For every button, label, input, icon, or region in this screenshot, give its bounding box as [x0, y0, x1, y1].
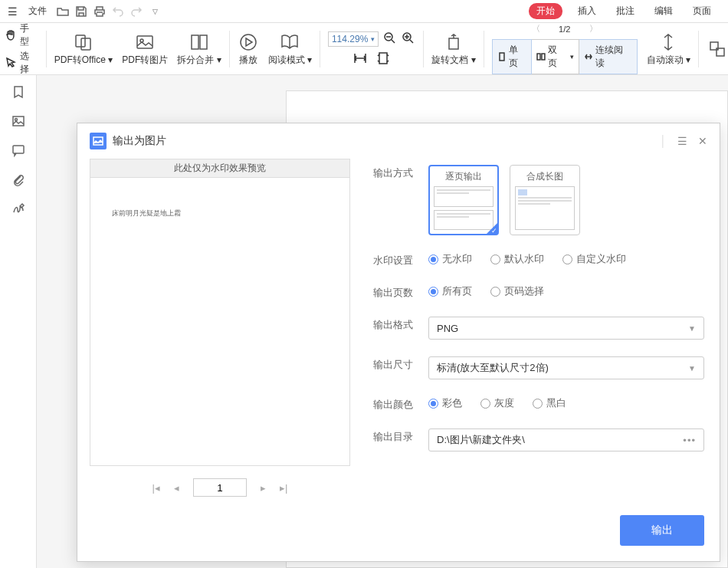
radio-color[interactable]: 彩色: [428, 396, 462, 410]
translate-icon: [707, 38, 728, 60]
radio-all-pages[interactable]: 所有页: [428, 284, 472, 298]
svg-rect-0: [76, 35, 85, 47]
pdf-to-image[interactable]: PDF转图片: [117, 23, 172, 74]
view-double[interactable]: 双页▾: [532, 39, 579, 74]
page-input[interactable]: [193, 478, 247, 497]
output-path[interactable]: D:\图片\新建文件夹\•••: [428, 428, 704, 451]
preview-panel: 此处仅为水印效果预览 床前明月光疑是地上霜 |◂ ◂ ▸ ▸|: [90, 159, 350, 503]
svg-rect-1: [81, 38, 90, 50]
first-page-icon[interactable]: |◂: [152, 482, 160, 494]
tab-edit[interactable]: 编辑: [650, 3, 677, 19]
open-icon[interactable]: [54, 3, 71, 20]
page-nav-group: 〈 1/2 〉 单页 双页▾ 连续阅读: [487, 23, 642, 74]
page-indicator[interactable]: 1/2: [549, 25, 580, 34]
fit-page-icon[interactable]: [376, 51, 390, 67]
menubar-left: ☰ 文件 ▽: [5, 3, 163, 20]
menubar: ☰ 文件 ▽ 开始 插入 批注 编辑 页面: [0, 0, 728, 23]
separator: │: [660, 135, 667, 147]
split-icon: [189, 31, 210, 53]
prev-page-icon[interactable]: ◂: [174, 482, 179, 494]
label-pages: 输出页数: [373, 284, 428, 300]
radio-custom-watermark[interactable]: 自定义水印: [562, 252, 626, 266]
menu-tabs: 开始 插入 批注 编辑 页面: [529, 3, 723, 19]
view-continuous[interactable]: 连续阅读: [579, 39, 638, 74]
qat-dropdown-icon[interactable]: ▽: [146, 3, 163, 20]
preview-page: 床前明月光疑是地上霜: [90, 177, 350, 466]
label-dir: 输出目录: [373, 428, 428, 444]
signature-icon[interactable]: [11, 201, 26, 216]
label-size: 输出尺寸: [373, 356, 428, 372]
mode-long-image[interactable]: 合成长图: [510, 165, 580, 235]
radio-select-pages[interactable]: 页码选择: [490, 284, 544, 298]
dialog-actions: │ ☰ ✕: [660, 135, 707, 147]
tab-start[interactable]: 开始: [529, 3, 562, 19]
sidebar: [0, 75, 37, 568]
export-button[interactable]: 输出: [620, 515, 704, 546]
read-mode[interactable]: 阅读模式 ▾: [264, 23, 316, 74]
svg-rect-10: [449, 38, 458, 49]
play[interactable]: 播放: [233, 23, 264, 74]
comment-icon[interactable]: [11, 143, 26, 158]
radio-default-watermark[interactable]: 默认水印: [490, 252, 544, 266]
export-image-dialog: 输出为图片 │ ☰ ✕ 此处仅为水印效果预览 床前明月光疑是地上霜 |◂ ◂ ▸…: [77, 123, 720, 562]
bookmark-icon[interactable]: [11, 84, 26, 100]
label-format: 输出格式: [373, 317, 428, 332]
rotate[interactable]: 旋转文档 ▾: [427, 23, 480, 74]
label-color: 输出颜色: [373, 396, 428, 412]
image-icon[interactable]: [11, 113, 26, 129]
menu-icon[interactable]: ☰: [677, 135, 687, 147]
tab-page[interactable]: 页面: [688, 3, 716, 19]
hand-tool[interactable]: 手型: [5, 22, 38, 48]
attachment-icon[interactable]: [11, 172, 26, 187]
browse-icon[interactable]: •••: [683, 435, 696, 446]
svg-rect-4: [192, 35, 198, 49]
cursor-tools: 手型 选择: [0, 19, 43, 79]
mode-per-page[interactable]: 逐页输出: [428, 165, 499, 235]
dialog-icon: [90, 133, 107, 149]
tab-insert[interactable]: 插入: [573, 3, 601, 19]
zoom-level[interactable]: 114.29% ▾: [328, 31, 379, 47]
last-page-icon[interactable]: ▸|: [280, 482, 287, 494]
zoom-in-icon[interactable]: [402, 31, 415, 47]
view-single[interactable]: 单页: [492, 39, 533, 74]
close-icon[interactable]: ✕: [698, 135, 707, 147]
fit-width-icon[interactable]: [353, 51, 367, 67]
book-icon: [279, 31, 300, 53]
prev-page-icon[interactable]: 〈: [532, 23, 540, 34]
next-page-icon[interactable]: ▸: [261, 482, 266, 494]
label-watermark: 水印设置: [373, 252, 428, 268]
pdf-to-office[interactable]: PDF转Office ▾: [50, 23, 117, 74]
svg-rect-11: [500, 53, 504, 61]
size-select[interactable]: 标清(放大至默认尺寸2倍)▼: [428, 356, 704, 379]
ribbon-more[interactable]: [702, 23, 728, 74]
print-icon[interactable]: [91, 3, 108, 20]
menu-icon[interactable]: ☰: [5, 4, 21, 19]
scroll-icon: [657, 31, 679, 53]
svg-rect-13: [542, 54, 545, 60]
label-output-mode: 输出方式: [373, 165, 428, 180]
auto-scroll[interactable]: 自动滚动 ▾: [642, 23, 695, 74]
svg-rect-12: [537, 54, 540, 60]
radio-gray[interactable]: 灰度: [480, 396, 514, 410]
pdf-image-icon: [134, 31, 156, 53]
split-merge[interactable]: 拆分合并 ▾: [172, 23, 225, 74]
tab-annotate[interactable]: 批注: [612, 3, 639, 19]
save-icon[interactable]: [73, 3, 90, 20]
file-menu[interactable]: 文件: [28, 5, 47, 18]
radio-no-watermark[interactable]: 无水印: [428, 252, 472, 266]
preview-hint: 此处仅为水印效果预览: [90, 159, 350, 177]
next-page-icon[interactable]: 〉: [589, 23, 598, 34]
svg-rect-5: [200, 35, 207, 49]
select-tool[interactable]: 选择: [5, 50, 38, 76]
preview-text: 床前明月光疑是地上霜: [112, 208, 328, 218]
zoom-out-icon[interactable]: [383, 31, 397, 47]
format-select[interactable]: PNG▼: [428, 317, 704, 340]
ribbon: 手型 选择 PDF转Office ▾ PDF转图片 拆分合并 ▾ 播放 阅读模式…: [0, 23, 728, 75]
pdf-office-icon: [73, 31, 94, 53]
redo-icon[interactable]: [128, 3, 145, 20]
undo-icon[interactable]: [110, 3, 126, 20]
rotate-icon: [443, 31, 464, 53]
radio-bw[interactable]: 黑白: [533, 396, 566, 410]
pager: |◂ ◂ ▸ ▸|: [90, 472, 350, 503]
dialog-body: 此处仅为水印效果预览 床前明月光疑是地上霜 |◂ ◂ ▸ ▸| 输出方式 逐页输…: [77, 159, 720, 515]
